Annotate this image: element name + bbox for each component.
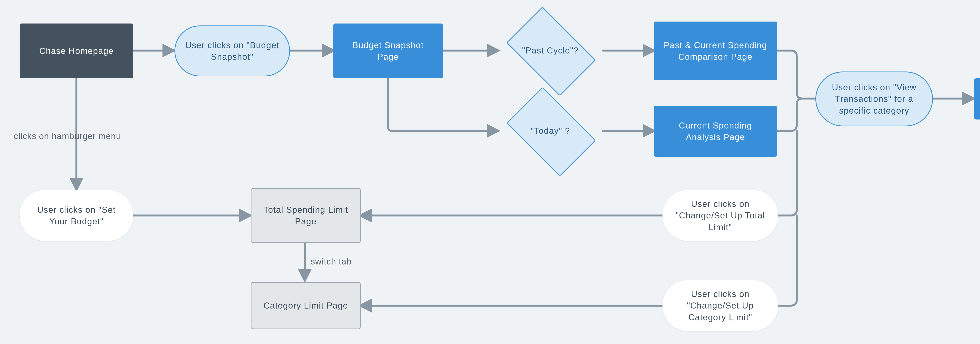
budget-snapshot-click-label: User clicks on "Budget Snapshot" [183, 40, 282, 63]
edge-trunk-down [777, 131, 797, 216]
category-limit-page-label: Category Limit Page [263, 300, 348, 311]
comparison-page-node: Past & Current Spending Comparison Page [654, 22, 777, 80]
set-budget-click-label: User clicks on "Set Your Budget" [27, 204, 126, 227]
view-transactions-click-node: User clicks on "View Transactions" for a… [815, 71, 933, 126]
edge-label-hamburger: clicks on hamburger menu [14, 131, 121, 141]
transactions-page-node: Transactions Page [974, 78, 980, 119]
total-limit-page-label: Total Spending Limit Page [259, 204, 352, 227]
change-category-click-node: User clicks on "Change/Set Up Category L… [662, 280, 778, 331]
budget-snapshot-page-label: Budget Snapshot Page [341, 40, 435, 63]
today-decision: "Today" ? [498, 96, 603, 166]
flow-diagram-canvas: Chase Homepage User clicks on "Budget Sn… [0, 0, 980, 344]
view-transactions-click-label: User clicks on "View Transactions" for a… [824, 81, 924, 116]
set-budget-click-node: User clicks on "Set Your Budget" [20, 190, 133, 241]
budget-snapshot-click-node: User clicks on "Budget Snapshot" [175, 25, 290, 76]
past-cycle-label: "Past Cycle"? [522, 46, 579, 55]
edge-comparison-merge [777, 51, 810, 98]
edge-snapshot-to-today [388, 78, 498, 131]
change-total-click-label: User clicks on "Change/Set Up Total Limi… [670, 198, 770, 233]
edge-trunk-down2 [777, 216, 797, 306]
edge-label-switch-tab: switch tab [311, 257, 352, 266]
start-node: Chase Homepage [20, 24, 133, 78]
edge-current-merge [777, 98, 810, 131]
total-limit-page-node: Total Spending Limit Page [251, 188, 361, 243]
current-analysis-page-label: Current Spending Analysis Page [662, 120, 769, 143]
today-label: "Today" ? [531, 126, 570, 136]
comparison-page-label: Past & Current Spending Comparison Page [662, 40, 769, 63]
change-category-click-label: User clicks on "Change/Set Up Category L… [670, 288, 770, 323]
past-cycle-decision: "Past Cycle"? [498, 15, 603, 86]
current-analysis-page-node: Current Spending Analysis Page [654, 106, 777, 157]
budget-snapshot-page-node: Budget Snapshot Page [333, 24, 443, 78]
start-node-label: Chase Homepage [39, 45, 113, 57]
edges-layer [0, 0, 980, 344]
category-limit-page-node: Category Limit Page [251, 282, 361, 329]
change-total-click-node: User clicks on "Change/Set Up Total Limi… [662, 190, 778, 241]
